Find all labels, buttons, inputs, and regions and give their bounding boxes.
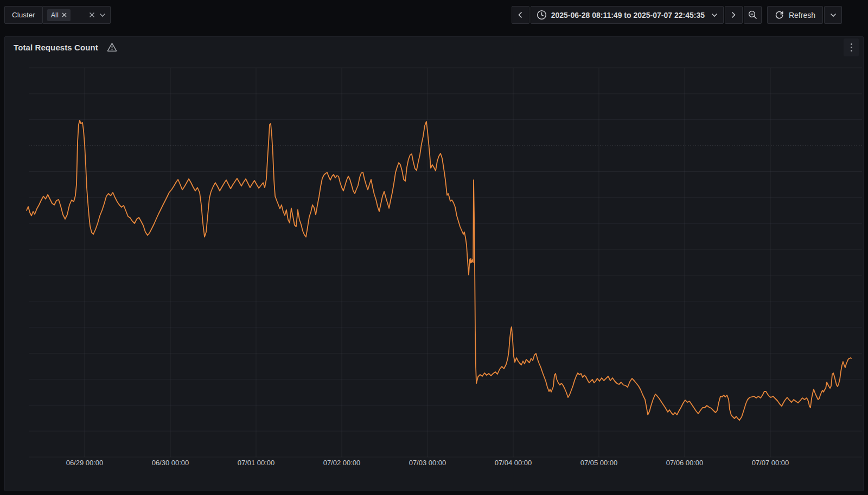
zoom-out-button[interactable] — [744, 6, 762, 24]
x-axis-tick-label: 07/04 00:00 — [495, 459, 532, 467]
refresh-button[interactable]: Refresh — [767, 6, 823, 24]
panel-title: Total Requests Count — [14, 43, 98, 52]
chevron-left-icon — [518, 11, 522, 18]
magnifier-minus-icon — [748, 10, 757, 20]
time-shift-back-button[interactable] — [512, 6, 529, 24]
requests-series-line — [27, 120, 851, 420]
cluster-filter-combobox[interactable]: All — [42, 6, 111, 24]
chevron-down-icon — [711, 13, 718, 17]
x-axis-tick-label: 07/03 00:00 — [409, 459, 446, 467]
cluster-filter-label-text: Cluster — [12, 11, 35, 19]
x-axis-tick-label: 07/01 00:00 — [238, 459, 275, 467]
time-shift-forward-button[interactable] — [725, 6, 743, 24]
chip-remove-icon[interactable] — [62, 12, 67, 17]
x-axis-tick-label: 06/29 00:00 — [66, 459, 104, 467]
refresh-interval-button[interactable] — [824, 6, 842, 24]
chevron-down-icon[interactable] — [99, 13, 106, 17]
filter-chip-all[interactable]: All — [47, 9, 71, 21]
x-axis-tick-label: 06/30 00:00 — [152, 459, 189, 467]
warning-icon[interactable] — [107, 42, 117, 52]
chevron-down-icon — [830, 13, 837, 17]
total-requests-panel: 06/29 00:0006/30 00:0007/01 00:0007/02 0… — [4, 36, 864, 491]
x-axis-tick-label: 07/07 00:00 — [752, 459, 789, 467]
toolbar: Cluster All 2025-06-28 08:11:49 to 2025-… — [0, 0, 868, 36]
filter-clear-icon[interactable] — [89, 12, 95, 18]
cluster-filter: Cluster All — [4, 6, 111, 24]
chevron-right-icon — [731, 11, 736, 18]
panel-header: Total Requests Count — [5, 37, 863, 57]
refresh-label: Refresh — [789, 11, 815, 20]
time-series-chart[interactable]: 06/29 00:0006/30 00:0007/01 00:0007/02 0… — [5, 37, 864, 492]
filter-chip-label: All — [51, 11, 59, 19]
refresh-icon — [775, 10, 784, 20]
panel-menu-button[interactable] — [844, 38, 859, 56]
clock-icon — [537, 10, 547, 20]
time-range-text: 2025-06-28 08:11:49 to 2025-07-07 22:45:… — [551, 11, 705, 20]
time-controls: 2025-06-28 08:11:49 to 2025-07-07 22:45:… — [510, 6, 842, 24]
x-axis-tick-label: 07/02 00:00 — [323, 459, 361, 467]
x-axis-tick-label: 07/06 00:00 — [666, 459, 704, 467]
time-range-button[interactable]: 2025-06-28 08:11:49 to 2025-07-07 22:45:… — [531, 6, 724, 24]
kebab-vertical-icon — [851, 43, 852, 52]
cluster-filter-label: Cluster — [4, 6, 43, 24]
x-axis-tick-label: 07/05 00:00 — [580, 459, 618, 467]
